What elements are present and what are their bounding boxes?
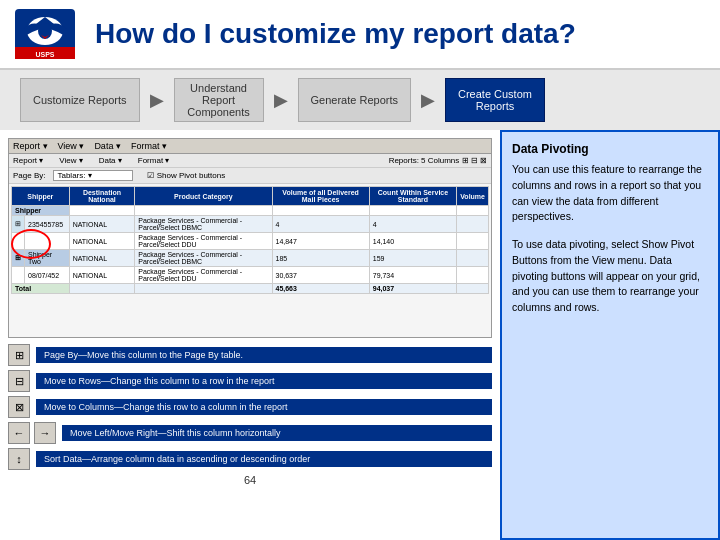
col-volume: Volume [457,187,489,206]
nav-steps: Customize Reports ▶ UnderstandReportComp… [0,70,720,130]
arrow-3: ▶ [421,89,435,111]
sort-icon: ↕ [8,448,30,470]
columns-icon: ⊠ [8,396,30,418]
report-table: Shipper Destination National Product Cat… [11,186,489,294]
table-row-total: Total 45,663 94,037 [12,284,489,294]
col-volume-del: Volume of all Delivered Mail Pieces [272,187,369,206]
toolbar-format[interactable]: Format ▾ [131,141,167,151]
col-destination: Destination National [69,187,135,206]
rows-label: Move to Rows—Change this column to a row… [36,373,492,389]
icon-row-rows: ⊟ Move to Rows—Change this column to a r… [8,370,492,392]
step-create-custom[interactable]: Create CustomReports [445,78,545,122]
info-paragraph-1: You can use this feature to rearrange th… [512,162,708,225]
pageby-icon: ⊞ [8,344,30,366]
report-table-area: Shipper Destination National Product Cat… [9,184,491,296]
filter-row-2: Page By: Tablars: ▾ ☑ Show Pivot buttons [9,168,491,184]
usps-logo: USPS [15,9,75,59]
svg-text:USPS: USPS [35,51,54,58]
report-screenshot: Report ▾ View ▾ Data ▾ Format ▾ Report ▾… [8,138,492,338]
rows-icon: ⊟ [8,370,30,392]
icon-row-columns: ⊠ Move to Columns—Change this row to a c… [8,396,492,418]
left-icon: ← [8,422,30,444]
step-generate[interactable]: Generate Reports [298,78,411,122]
icon-row-leftright: ← → Move Left/Move Right—Shift this colu… [8,422,492,444]
col-product: Product Category [135,187,272,206]
icon-row-sort: ↕ Sort Data—Arrange column data in ascen… [8,448,492,470]
toolbar-view[interactable]: View ▾ [58,141,85,151]
table-row: 08/07/452 NATIONAL Package Services - Co… [12,267,489,284]
table-row: NATIONAL Package Services - Commercial -… [12,233,489,250]
leftright-label: Move Left/Move Right—Shift this column h… [62,425,492,441]
sort-label: Sort Data—Arrange column data in ascendi… [36,451,492,467]
pageby-label: Page By—Move this column to the Page By … [36,347,492,363]
report-toolbar: Report ▾ View ▾ Data ▾ Format ▾ [9,139,491,154]
page-header: USPS How do I customize my report data? [0,0,720,70]
toolbar-report[interactable]: Report ▾ [13,141,48,151]
table-row: Shipper [12,206,489,216]
table-row: ⊞ 235455785 NATIONAL Package Services - … [12,216,489,233]
columns-label: Move to Columns—Change this row to a col… [36,399,492,415]
main-content: Report ▾ View ▾ Data ▾ Format ▾ Report ▾… [0,130,720,540]
arrow-2: ▶ [274,89,288,111]
page-title: How do I customize my report data? [95,18,576,50]
col-shipper: Shipper [12,187,70,206]
info-box: Data Pivoting You can use this feature t… [500,130,720,540]
icon-row-pageby: ⊞ Page By—Move this column to the Page B… [8,344,492,366]
arrow-1: ▶ [150,89,164,111]
icon-pair: ← → [8,422,56,444]
info-paragraph-2: To use data pivoting, select Show Pivot … [512,237,708,316]
left-panel: Report ▾ View ▾ Data ▾ Format ▾ Report ▾… [0,130,500,540]
info-title: Data Pivoting [512,142,708,156]
table-row: ⊞ Shipper Two NATIONAL Package Services … [12,250,489,267]
step-customize[interactable]: Customize Reports [20,78,140,122]
svg-point-3 [38,23,52,39]
toolbar-data[interactable]: Data ▾ [94,141,121,151]
col-count-within: Count Within Service Standard [369,187,456,206]
right-icon: → [34,422,56,444]
icon-list: ⊞ Page By—Move this column to the Page B… [8,344,492,470]
report-filter-pageby: Report ▾ View ▾ Data ▾ Format ▾ Reports:… [9,154,491,168]
step-understand[interactable]: UnderstandReportComponents [174,78,264,122]
page-number: 64 [8,470,492,490]
